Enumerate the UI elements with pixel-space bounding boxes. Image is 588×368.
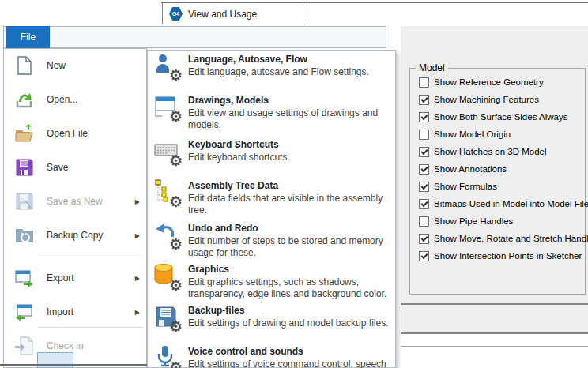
keyboard-gear-icon xyxy=(153,137,182,166)
gear-overlay-icon xyxy=(169,194,183,209)
menu-item-label: Import xyxy=(47,295,74,329)
checkbox[interactable] xyxy=(419,164,429,175)
menu-item-open[interactable]: Open... xyxy=(3,82,147,116)
settings-item-drawings-models[interactable]: Drawings, Models Edit view and usage set… xyxy=(147,93,396,134)
menu-separator xyxy=(38,257,144,257)
checkbox-label: Show Hatches on 3D Model xyxy=(434,147,547,156)
settings-item-description: Edit keyboard shortcuts. xyxy=(188,152,403,163)
checkbox[interactable] xyxy=(419,216,429,227)
menu-item-import[interactable]: Import xyxy=(3,295,147,329)
checkbox-row-show-intersection-points[interactable]: Show Intersection Points in Sketcher xyxy=(419,250,582,262)
dialog-gap xyxy=(401,347,588,368)
settings-item-title: Drawings, Models xyxy=(188,95,392,107)
dialog-divider xyxy=(401,303,588,305)
checkbox[interactable] xyxy=(419,182,429,192)
person-gear-icon xyxy=(153,52,182,81)
checkbox[interactable] xyxy=(419,251,429,261)
window-gear-icon xyxy=(153,93,182,122)
checkbox-row-show-machining-features[interactable]: Show Machining Features xyxy=(419,93,539,106)
menu-item-label: Open File xyxy=(47,116,88,150)
checkbox-row-show-annotations[interactable]: Show Annotations xyxy=(419,163,507,175)
submenu-arrow-icon xyxy=(135,231,140,238)
export-icon xyxy=(14,268,35,288)
settings-item-keyboard-shortcuts[interactable]: Keyboard Shortcuts Edit keyboard shortcu… xyxy=(147,137,396,175)
checkbox[interactable] xyxy=(419,234,429,244)
settings-item-graphics[interactable]: Graphics Edit graphics settings, such as… xyxy=(147,262,396,303)
gear-overlay-icon xyxy=(169,360,183,368)
checkbox-label: Show Intersection Points in Sketcher xyxy=(434,251,582,261)
menu-item-save-as-new[interactable]: Save as New xyxy=(3,184,147,218)
checkbox-label: Show Model Origin xyxy=(434,130,511,139)
checkbox[interactable] xyxy=(419,130,429,140)
checkbox-row-show-reference-geometry[interactable]: Show Reference Geometry xyxy=(419,76,544,88)
dialog-divider xyxy=(401,332,588,334)
checkbox[interactable] xyxy=(419,199,429,209)
settings-item-language-autosave-flow[interactable]: Language, Autosave, Flow Edit language, … xyxy=(147,52,396,92)
settings-item-description: Edit data fields that are visible in the… xyxy=(188,193,403,216)
undo-gear-icon xyxy=(153,221,182,250)
checkbox[interactable] xyxy=(419,95,429,105)
menu-item-new[interactable]: New xyxy=(3,48,147,82)
gear-overlay-icon xyxy=(169,109,183,124)
settings-item-title: Undo and Redo xyxy=(188,223,392,235)
menu-item-label: New xyxy=(47,48,66,82)
settings-item-assembly-tree-data[interactable]: Assembly Tree Data Edit data fields that… xyxy=(147,178,396,220)
assembly-tree-gear-icon xyxy=(153,178,182,207)
backup-copy-icon xyxy=(14,225,35,246)
checkbox-row-show-pipe-handles[interactable]: Show Pipe Handles xyxy=(419,215,513,227)
gear-overlay-icon xyxy=(169,237,183,252)
gear-overlay-icon xyxy=(169,278,183,293)
checkbox[interactable] xyxy=(419,112,429,122)
app-window: G4 View and Usage File Model Show Refere… xyxy=(0,0,588,368)
settings-item-description: Edit number of steps to be stored and me… xyxy=(188,235,403,259)
menu-item-backup-copy[interactable]: Backup Copy xyxy=(3,218,147,252)
checkbox-row-show-move-rotate-stretch[interactable]: Show Move, Rotate and Stretch Handles xyxy=(419,232,588,245)
settings-item-backup-files[interactable]: Backup-files Edit settings of drawing an… xyxy=(147,303,396,344)
checkbox-row-show-formulas[interactable]: Show Formulas xyxy=(419,180,497,193)
open-file-icon xyxy=(14,123,35,144)
gear-overlay-icon xyxy=(169,153,183,168)
settings-item-title: Assembly Tree Data xyxy=(188,180,392,192)
submenu-arrow-icon xyxy=(135,274,140,281)
menu-item-open-file[interactable]: Open File xyxy=(3,116,147,150)
save-as-new-icon xyxy=(14,191,35,212)
menu-item-check-in[interactable]: Check in xyxy=(3,329,147,362)
tab-view-and-usage[interactable]: G4 View and Usage xyxy=(162,2,307,24)
import-icon xyxy=(14,302,35,322)
menu-separator xyxy=(38,327,144,328)
settings-item-undo-and-redo[interactable]: Undo and Redo Edit number of steps to be… xyxy=(147,221,396,262)
floppy-gear-icon xyxy=(153,303,182,332)
checkbox-row-show-model-origin[interactable]: Show Model Origin xyxy=(419,128,511,141)
menu-item-label: Backup Copy xyxy=(47,218,103,252)
checkbox-label: Show Pipe Handles xyxy=(434,216,513,226)
checkbox-row-bitmaps-in-model-file[interactable]: Bitmaps Used in Model into Model File xyxy=(419,197,588,210)
menu-item-label: Save as New xyxy=(47,184,103,218)
checkbox[interactable] xyxy=(419,147,429,157)
checkbox-label: Show Machining Features xyxy=(434,95,539,104)
new-document-icon xyxy=(14,55,35,76)
settings-item-description: Edit language, autosave and Flow setting… xyxy=(188,66,403,78)
microphone-gear-icon xyxy=(153,344,182,368)
menu-item-save[interactable]: Save xyxy=(3,150,147,184)
settings-item-description: Edit settings of drawing and model backu… xyxy=(188,317,403,329)
settings-item-description: Edit settings of voice command control, … xyxy=(188,359,403,368)
window-bottom-edge xyxy=(0,364,148,366)
check-in-icon xyxy=(14,336,35,356)
menu-item-export[interactable]: Export xyxy=(3,261,147,295)
checkbox-label: Show Annotations xyxy=(434,164,507,174)
model-groupbox-title: Model xyxy=(416,62,448,73)
settings-item-description: Edit view and usage settings of drawings… xyxy=(188,107,403,131)
checkbox-label: Show Formulas xyxy=(434,182,497,191)
settings-item-title: Voice control and sounds xyxy=(188,346,392,358)
menu-item-label: Save xyxy=(47,150,68,184)
checkbox-row-show-hatches-3d[interactable]: Show Hatches on 3D Model xyxy=(419,145,547,158)
checkbox-row-show-both-surface-sides[interactable]: Show Both Surface Sides Always xyxy=(419,111,567,123)
dialog-gap xyxy=(401,334,588,346)
checkbox[interactable] xyxy=(419,77,429,88)
file-menu-tab[interactable]: File xyxy=(6,26,50,48)
dialog-divider xyxy=(401,346,588,347)
checkbox-label: Show Reference Geometry xyxy=(434,77,544,87)
save-icon xyxy=(14,157,35,178)
ribbon-bar xyxy=(3,26,386,48)
settings-item-voice-control-and-sounds[interactable]: Voice control and sounds Edit settings o… xyxy=(147,344,396,368)
